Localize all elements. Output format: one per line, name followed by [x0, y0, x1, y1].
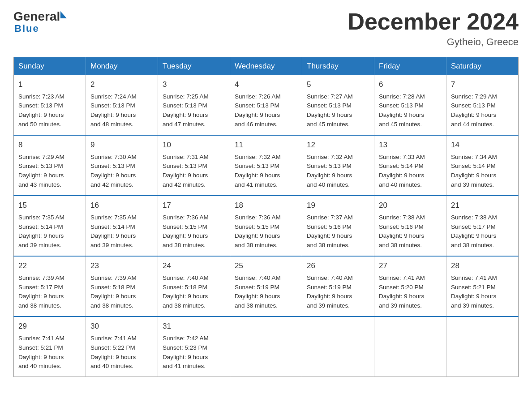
calendar-table: SundayMondayTuesdayWednesdayThursdayFrid… [13, 57, 519, 377]
day-number: 10 [163, 139, 225, 151]
day-info: Sunrise: 7:40 AMSunset: 5:18 PMDaylight:… [163, 274, 209, 309]
day-info: Sunrise: 7:29 AMSunset: 5:13 PMDaylight:… [451, 93, 497, 128]
day-number: 1 [18, 79, 81, 90]
calendar-cell: 19 Sunrise: 7:37 AMSunset: 5:16 PMDaylig… [302, 196, 374, 256]
day-info: Sunrise: 7:42 AMSunset: 5:23 PMDaylight:… [163, 335, 209, 370]
day-info: Sunrise: 7:36 AMSunset: 5:15 PMDaylight:… [235, 214, 281, 249]
calendar-cell [230, 317, 302, 377]
column-header-wednesday: Wednesday [230, 57, 302, 76]
day-info: Sunrise: 7:40 AMSunset: 5:19 PMDaylight:… [235, 274, 281, 309]
column-header-sunday: Sunday [14, 57, 86, 76]
column-header-friday: Friday [374, 57, 446, 76]
calendar-cell: 15 Sunrise: 7:35 AMSunset: 5:14 PMDaylig… [14, 196, 86, 256]
day-info: Sunrise: 7:32 AMSunset: 5:13 PMDaylight:… [235, 154, 281, 188]
day-number: 7 [451, 79, 514, 90]
calendar-cell: 30 Sunrise: 7:41 AMSunset: 5:22 PMDaylig… [86, 317, 158, 377]
day-number: 16 [90, 200, 153, 211]
day-info: Sunrise: 7:35 AMSunset: 5:14 PMDaylight:… [18, 214, 64, 249]
day-info: Sunrise: 7:29 AMSunset: 5:13 PMDaylight:… [18, 154, 64, 188]
day-number: 17 [163, 200, 225, 211]
calendar-cell: 24 Sunrise: 7:40 AMSunset: 5:18 PMDaylig… [158, 256, 230, 317]
calendar-cell: 27 Sunrise: 7:41 AMSunset: 5:20 PMDaylig… [374, 256, 446, 317]
calendar-cell: 18 Sunrise: 7:36 AMSunset: 5:15 PMDaylig… [230, 196, 302, 256]
calendar-cell: 4 Sunrise: 7:26 AMSunset: 5:13 PMDayligh… [230, 75, 302, 135]
day-info: Sunrise: 7:26 AMSunset: 5:13 PMDaylight:… [235, 93, 281, 128]
calendar-cell: 6 Sunrise: 7:28 AMSunset: 5:13 PMDayligh… [374, 75, 446, 135]
day-number: 3 [163, 79, 225, 90]
day-info: Sunrise: 7:31 AMSunset: 5:13 PMDaylight:… [163, 154, 209, 188]
day-number: 30 [90, 321, 153, 332]
day-info: Sunrise: 7:39 AMSunset: 5:18 PMDaylight:… [90, 274, 137, 309]
calendar-week-row: 22 Sunrise: 7:39 AMSunset: 5:17 PMDaylig… [14, 256, 519, 317]
day-info: Sunrise: 7:23 AMSunset: 5:13 PMDaylight:… [18, 93, 64, 128]
day-number: 26 [307, 260, 369, 272]
column-header-monday: Monday [86, 57, 158, 76]
day-info: Sunrise: 7:38 AMSunset: 5:16 PMDaylight:… [379, 214, 425, 249]
calendar-cell: 17 Sunrise: 7:36 AMSunset: 5:15 PMDaylig… [158, 196, 230, 256]
calendar-cell: 25 Sunrise: 7:40 AMSunset: 5:19 PMDaylig… [230, 256, 302, 317]
day-number: 19 [307, 200, 369, 211]
day-number: 8 [18, 139, 81, 151]
day-info: Sunrise: 7:36 AMSunset: 5:15 PMDaylight:… [163, 214, 209, 249]
calendar-week-row: 29 Sunrise: 7:41 AMSunset: 5:21 PMDaylig… [14, 317, 519, 377]
calendar-cell: 7 Sunrise: 7:29 AMSunset: 5:13 PMDayligh… [446, 75, 519, 135]
calendar-week-row: 15 Sunrise: 7:35 AMSunset: 5:14 PMDaylig… [14, 196, 519, 256]
day-number: 14 [451, 139, 514, 151]
day-info: Sunrise: 7:30 AMSunset: 5:13 PMDaylight:… [90, 154, 137, 188]
calendar-cell: 12 Sunrise: 7:32 AMSunset: 5:13 PMDaylig… [302, 135, 374, 196]
day-info: Sunrise: 7:24 AMSunset: 5:13 PMDaylight:… [90, 93, 137, 128]
logo-arrow-icon [60, 11, 67, 18]
day-number: 23 [90, 260, 153, 272]
day-number: 6 [379, 79, 442, 90]
title-section: December 2024 Gytheio, Greece [348, 9, 519, 48]
logo: General Blue [13, 9, 67, 34]
calendar-cell: 14 Sunrise: 7:34 AMSunset: 5:14 PMDaylig… [446, 135, 519, 196]
day-number: 29 [18, 321, 81, 332]
calendar-cell: 2 Sunrise: 7:24 AMSunset: 5:13 PMDayligh… [86, 75, 158, 135]
logo-general-text: General [13, 9, 60, 24]
day-info: Sunrise: 7:28 AMSunset: 5:13 PMDaylight:… [379, 93, 425, 128]
day-number: 5 [307, 79, 369, 90]
calendar-cell [374, 317, 446, 377]
day-info: Sunrise: 7:38 AMSunset: 5:17 PMDaylight:… [451, 214, 497, 249]
calendar-cell: 23 Sunrise: 7:39 AMSunset: 5:18 PMDaylig… [86, 256, 158, 317]
day-number: 4 [235, 79, 297, 90]
location-label: Gytheio, Greece [348, 36, 519, 48]
day-info: Sunrise: 7:39 AMSunset: 5:17 PMDaylight:… [18, 274, 64, 309]
logo-blue-text: Blue [14, 23, 67, 34]
day-info: Sunrise: 7:37 AMSunset: 5:16 PMDaylight:… [307, 214, 353, 249]
column-header-tuesday: Tuesday [158, 57, 230, 76]
day-info: Sunrise: 7:32 AMSunset: 5:13 PMDaylight:… [307, 154, 353, 188]
month-title: December 2024 [348, 9, 519, 34]
calendar-cell: 22 Sunrise: 7:39 AMSunset: 5:17 PMDaylig… [14, 256, 86, 317]
day-info: Sunrise: 7:33 AMSunset: 5:14 PMDaylight:… [379, 154, 425, 188]
day-info: Sunrise: 7:34 AMSunset: 5:14 PMDaylight:… [451, 154, 497, 188]
calendar-cell: 1 Sunrise: 7:23 AMSunset: 5:13 PMDayligh… [14, 75, 86, 135]
calendar-week-row: 1 Sunrise: 7:23 AMSunset: 5:13 PMDayligh… [14, 75, 519, 135]
calendar-cell: 31 Sunrise: 7:42 AMSunset: 5:23 PMDaylig… [158, 317, 230, 377]
calendar-cell: 26 Sunrise: 7:40 AMSunset: 5:19 PMDaylig… [302, 256, 374, 317]
calendar-header-row: SundayMondayTuesdayWednesdayThursdayFrid… [14, 57, 519, 76]
day-number: 25 [235, 260, 297, 272]
day-number: 12 [307, 139, 369, 151]
calendar-cell [302, 317, 374, 377]
day-number: 20 [379, 200, 442, 211]
calendar-cell: 5 Sunrise: 7:27 AMSunset: 5:13 PMDayligh… [302, 75, 374, 135]
day-number: 9 [90, 139, 153, 151]
day-info: Sunrise: 7:41 AMSunset: 5:21 PMDaylight:… [451, 274, 497, 309]
day-number: 22 [18, 260, 81, 272]
calendar-cell: 10 Sunrise: 7:31 AMSunset: 5:13 PMDaylig… [158, 135, 230, 196]
calendar-cell: 21 Sunrise: 7:38 AMSunset: 5:17 PMDaylig… [446, 196, 519, 256]
day-number: 15 [18, 200, 81, 211]
day-number: 28 [451, 260, 514, 272]
calendar-week-row: 8 Sunrise: 7:29 AMSunset: 5:13 PMDayligh… [14, 135, 519, 196]
day-number: 11 [235, 139, 297, 151]
day-info: Sunrise: 7:41 AMSunset: 5:22 PMDaylight:… [90, 335, 137, 370]
calendar-cell: 9 Sunrise: 7:30 AMSunset: 5:13 PMDayligh… [86, 135, 158, 196]
column-header-thursday: Thursday [302, 57, 374, 76]
day-info: Sunrise: 7:27 AMSunset: 5:13 PMDaylight:… [307, 93, 353, 128]
column-header-saturday: Saturday [446, 57, 519, 76]
day-number: 21 [451, 200, 514, 211]
calendar-cell: 28 Sunrise: 7:41 AMSunset: 5:21 PMDaylig… [446, 256, 519, 317]
day-info: Sunrise: 7:41 AMSunset: 5:21 PMDaylight:… [18, 335, 64, 370]
